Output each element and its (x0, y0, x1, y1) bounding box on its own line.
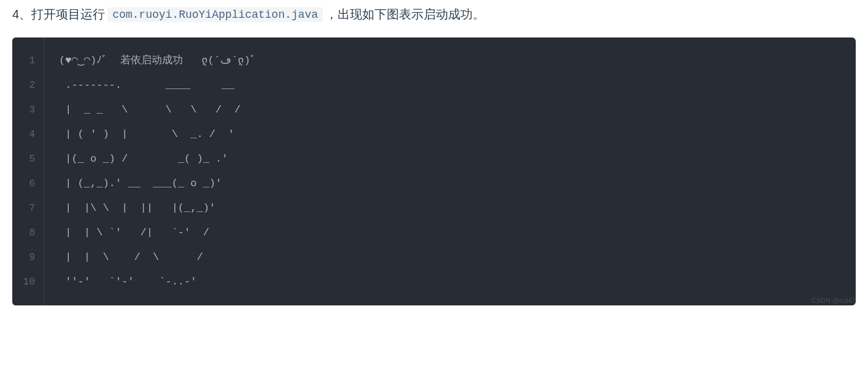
code-block: 1 2 3 4 5 6 7 8 9 10 (♥◠‿◠)ﾉﾞ 若依启动成功 ლ(´… (12, 37, 856, 305)
code-line: | _ _ \ \ \ / / (59, 104, 266, 116)
code-line: | |\ \ | || |(_,_)' (59, 202, 272, 214)
code-line: | | \ / \ / (59, 251, 272, 263)
code-line: | | \ `' /| `-' / (59, 227, 278, 238)
code-line: ''-' `'-' `-..-' (59, 276, 284, 288)
line-number: 9 (12, 245, 44, 270)
line-number: 4 (12, 122, 44, 147)
code-line: (♥◠‿◠)ﾉﾞ 若依启动成功 ლ(´ڡ`ლ)ﾞ (59, 55, 268, 66)
inline-code: com.ruoyi.RuoYiApplication.java (107, 7, 323, 22)
code-line: | (_,_).' __ ___(_ o _)' (59, 178, 284, 189)
line-number: 8 (12, 221, 44, 245)
instruction-prefix: 4、打开项目运行 (12, 6, 105, 23)
line-number: 5 (12, 147, 44, 171)
line-number: 1 (12, 49, 44, 73)
instruction-suffix: ，出现如下图表示启动成功。 (325, 6, 485, 23)
watermark: CSDN @lu947 (812, 297, 856, 304)
code-line: | ( ' ) | \ _. / ' (59, 128, 278, 140)
line-number: 7 (12, 196, 44, 221)
code-content: (♥◠‿◠)ﾉﾞ 若依启动成功 ლ(´ڡ`ლ)ﾞ .-------. ____ … (44, 37, 856, 305)
instruction-text: 4、打开项目运行 com.ruoyi.RuoYiApplication.java… (12, 6, 856, 23)
line-number: 6 (12, 171, 44, 196)
line-numbers-gutter: 1 2 3 4 5 6 7 8 9 10 (12, 37, 44, 305)
code-line: .-------. ____ __ (59, 79, 284, 91)
code-line: |(_ o _) / _( )_ .' (59, 153, 284, 165)
line-number: 2 (12, 73, 44, 98)
line-number: 3 (12, 98, 44, 122)
code-pre: (♥◠‿◠)ﾉﾞ 若依启动成功 ლ(´ڡ`ლ)ﾞ .-------. ____ … (59, 49, 841, 294)
line-number: 10 (12, 270, 44, 294)
